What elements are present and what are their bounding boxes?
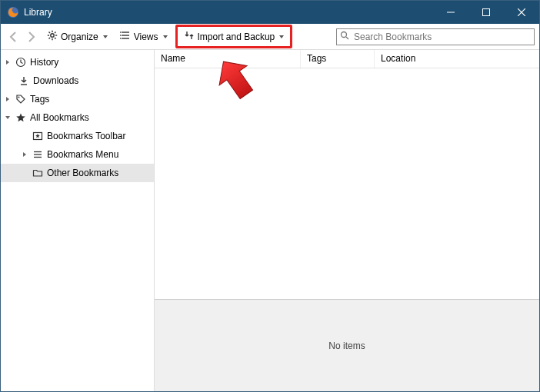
maximize-button[interactable] <box>468 1 504 24</box>
back-button[interactable] <box>5 29 21 45</box>
sidebar-item-other-bookmarks[interactable]: Other Bookmarks <box>1 164 154 182</box>
organize-button[interactable]: Organize <box>42 28 112 45</box>
svg-point-24 <box>18 97 20 98</box>
clock-icon <box>15 56 27 68</box>
sidebar-item-tags[interactable]: Tags <box>1 90 154 108</box>
chevron-down-icon <box>103 35 108 38</box>
bookmarks-menu-icon <box>32 148 44 161</box>
search-icon <box>340 31 349 42</box>
folder-icon <box>32 167 44 179</box>
column-header-tags[interactable]: Tags <box>301 50 375 68</box>
import-backup-label: Import and Backup <box>198 32 275 42</box>
content-area: Name Tags Location No items <box>155 50 539 391</box>
body: History Downloads Tags All Bookmarks Boo… <box>1 50 539 391</box>
organize-label: Organize <box>61 32 98 42</box>
chevron-right-icon[interactable] <box>21 151 28 158</box>
svg-point-18 <box>120 35 121 36</box>
column-header-name[interactable]: Name <box>155 50 301 68</box>
sidebar-item-downloads[interactable]: Downloads <box>1 71 154 90</box>
search-box[interactable] <box>336 28 535 45</box>
bookmarks-toolbar-icon <box>32 130 44 142</box>
sidebar-item-bookmarks-menu[interactable]: Bookmarks Menu <box>1 145 154 164</box>
toolbar: Organize Views Import and Backup <box>1 24 539 50</box>
svg-point-5 <box>51 34 54 37</box>
sidebar-item-history[interactable]: History <box>1 53 154 71</box>
chevron-down-icon <box>163 35 168 38</box>
column-header-location[interactable]: Location <box>375 50 539 68</box>
views-button[interactable]: Views <box>115 28 172 45</box>
svg-line-11 <box>55 38 56 39</box>
gear-icon <box>47 30 58 43</box>
minimize-button[interactable] <box>433 1 468 24</box>
svg-line-21 <box>346 37 348 39</box>
titlebar: Library <box>1 1 539 24</box>
tree-label: Other Bookmarks <box>47 168 118 178</box>
tree-label: Tags <box>30 94 49 105</box>
svg-line-12 <box>55 32 56 34</box>
list-icon <box>120 30 131 43</box>
svg-point-17 <box>120 32 121 33</box>
views-label: Views <box>134 32 158 42</box>
svg-point-19 <box>120 38 121 39</box>
tree-label: All Bookmarks <box>30 112 89 123</box>
no-items-label: No items <box>328 341 365 351</box>
sidebar-item-bookmarks-toolbar[interactable]: Bookmarks Toolbar <box>1 127 154 145</box>
import-backup-button[interactable]: Import and Backup <box>181 28 288 45</box>
svg-line-10 <box>49 32 51 34</box>
search-input[interactable] <box>352 31 531 43</box>
download-icon <box>18 75 30 87</box>
details-pane: No items <box>155 299 539 391</box>
import-export-icon <box>184 30 195 43</box>
sidebar: History Downloads Tags All Bookmarks Boo… <box>1 50 155 391</box>
annotation-highlight: Import and Backup <box>175 25 293 48</box>
close-button[interactable] <box>504 1 539 24</box>
tree-label: Bookmarks Menu <box>47 149 118 160</box>
svg-rect-2 <box>483 9 490 16</box>
window-controls <box>433 1 539 24</box>
library-window: Library Organize <box>0 0 540 392</box>
chevron-right-icon[interactable] <box>4 59 12 65</box>
column-headers: Name Tags Location <box>155 50 539 68</box>
chevron-down-icon <box>279 35 284 38</box>
sidebar-item-all-bookmarks[interactable]: All Bookmarks <box>1 108 154 127</box>
chevron-right-icon[interactable] <box>4 96 12 102</box>
window-title: Library <box>24 7 52 18</box>
forward-button[interactable] <box>24 29 39 45</box>
svg-line-13 <box>49 38 51 39</box>
firefox-icon <box>7 6 19 18</box>
tree-label: Bookmarks Toolbar <box>47 131 126 141</box>
tag-icon <box>15 93 27 105</box>
star-icon <box>15 111 27 124</box>
chevron-down-icon[interactable] <box>4 115 12 121</box>
bookmark-list[interactable] <box>155 68 539 299</box>
tree-label: History <box>30 57 58 68</box>
svg-point-20 <box>342 32 347 38</box>
tree-label: Downloads <box>33 75 78 86</box>
